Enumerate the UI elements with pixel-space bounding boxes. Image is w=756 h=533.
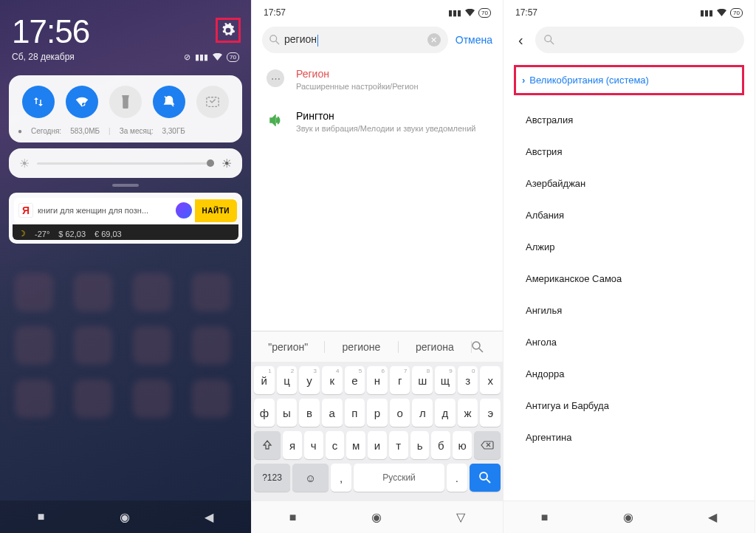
yandex-widget[interactable]: Я книги для женщин для позн... НАЙТИ ☽ -… xyxy=(9,193,242,244)
key-б[interactable]: б xyxy=(431,431,450,459)
wifi-toggle[interactable] xyxy=(66,86,98,118)
space-key[interactable]: Русский xyxy=(354,464,444,492)
yandex-find-button[interactable]: НАЙТИ xyxy=(195,199,237,222)
key-о[interactable]: о xyxy=(390,399,410,427)
mobile-data-toggle[interactable] xyxy=(22,86,55,118)
nav-home-button[interactable]: ◉ xyxy=(120,510,130,524)
brightness-slider[interactable]: ☀ ☀ xyxy=(9,148,242,178)
suggestion[interactable]: региона xyxy=(399,341,472,353)
search-result[interactable]: Рингтон Звук и вибрация/Мелодии и звуки … xyxy=(252,101,503,143)
key-п[interactable]: п xyxy=(345,399,365,427)
key-л[interactable]: л xyxy=(412,399,433,427)
alice-icon[interactable] xyxy=(176,202,192,219)
period-key[interactable]: . xyxy=(447,464,467,492)
region-item[interactable]: Австралия xyxy=(504,104,755,136)
suggestion[interactable]: регионе xyxy=(325,341,398,353)
region-item[interactable]: Андорра xyxy=(504,358,755,390)
key-ч[interactable]: ч xyxy=(304,431,323,459)
key-у[interactable]: у3 xyxy=(299,366,320,394)
clock-date: Сб, 28 декабря xyxy=(12,52,75,62)
nav-recent-button[interactable]: ■ xyxy=(541,511,549,524)
key-м[interactable]: м xyxy=(346,431,365,459)
key-ф[interactable]: ф xyxy=(254,399,275,427)
dot-icon: ● xyxy=(18,127,22,135)
backspace-key[interactable] xyxy=(474,431,501,459)
region-item[interactable]: Ангола xyxy=(504,326,755,358)
dnd-toggle[interactable] xyxy=(153,86,185,118)
back-button[interactable]: ‹ xyxy=(514,29,528,52)
search-key[interactable] xyxy=(470,464,501,492)
key-а[interactable]: а xyxy=(322,399,343,427)
key-д[interactable]: д xyxy=(435,399,456,427)
blurred-apps xyxy=(0,258,251,433)
wifi-icon xyxy=(717,9,726,16)
region-item[interactable]: Аргентина xyxy=(504,422,755,453)
search-field[interactable]: регион ✕ xyxy=(262,27,448,53)
key-ю[interactable]: ю xyxy=(453,431,472,459)
suggestion-search-icon[interactable] xyxy=(472,341,503,353)
region-item[interactable]: Албания xyxy=(504,199,755,231)
moon-icon: ☽ xyxy=(18,229,26,238)
nav-recent-button[interactable]: ■ xyxy=(38,510,45,523)
brightness-low-icon: ☀ xyxy=(19,157,30,171)
numbers-key[interactable]: ?123 xyxy=(254,464,290,492)
status-time: 17:57 xyxy=(264,7,286,18)
nav-home-button[interactable]: ◉ xyxy=(623,510,633,524)
key-т[interactable]: т xyxy=(389,431,408,459)
search-result[interactable]: ⋯ Регион Расширенные настройки/Регион xyxy=(252,59,503,101)
region-item[interactable]: Алжир xyxy=(504,231,755,263)
key-з[interactable]: з0 xyxy=(458,366,478,394)
brightness-track[interactable] xyxy=(37,162,214,165)
suggestion[interactable]: "регион" xyxy=(252,341,325,353)
key-г[interactable]: г7 xyxy=(390,366,410,394)
result-subtitle: Звук и вибрация/Мелодии и звуки уведомле… xyxy=(296,123,475,134)
region-item[interactable]: Антигуа и Барбуда xyxy=(504,390,755,422)
svg-point-3 xyxy=(472,342,480,349)
key-с[interactable]: с xyxy=(326,431,345,459)
key-в[interactable]: в xyxy=(299,399,320,427)
svg-line-8 xyxy=(550,41,553,44)
key-и[interactable]: и xyxy=(368,431,387,459)
key-е[interactable]: е5 xyxy=(345,366,365,394)
key-ж[interactable]: ж xyxy=(458,399,478,427)
key-э[interactable]: э xyxy=(480,399,501,427)
key-я[interactable]: я xyxy=(283,431,302,459)
region-item[interactable]: Азербайджан xyxy=(504,168,755,199)
key-р[interactable]: р xyxy=(367,399,388,427)
search-field[interactable] xyxy=(535,27,744,53)
yandex-query[interactable]: книги для женщин для позн... xyxy=(38,206,173,215)
data-today-label: Сегодня: xyxy=(31,127,61,135)
key-н[interactable]: н6 xyxy=(367,366,388,394)
svg-point-7 xyxy=(545,35,551,42)
key-ш[interactable]: ш8 xyxy=(412,366,433,394)
nav-recent-button[interactable]: ■ xyxy=(289,511,297,524)
key-й[interactable]: й1 xyxy=(254,366,275,394)
nav-back-button[interactable]: ◀ xyxy=(205,510,213,524)
cancel-button[interactable]: Отмена xyxy=(456,34,492,46)
comma-key[interactable]: , xyxy=(331,464,351,492)
drag-handle[interactable] xyxy=(112,184,139,187)
key-ы[interactable]: ы xyxy=(277,399,298,427)
search-icon xyxy=(269,35,280,45)
region-item[interactable]: Американское Самоа xyxy=(504,263,755,295)
key-х[interactable]: х xyxy=(480,366,501,394)
key-ь[interactable]: ь xyxy=(410,431,430,459)
screenshot-toggle[interactable] xyxy=(196,86,229,118)
flashlight-toggle[interactable] xyxy=(109,86,142,118)
shift-key[interactable] xyxy=(254,431,281,459)
emoji-key[interactable]: ☺ xyxy=(292,464,329,492)
key-ц[interactable]: ц2 xyxy=(277,366,298,394)
nav-home-button[interactable]: ◉ xyxy=(371,510,382,524)
svg-line-6 xyxy=(487,479,490,483)
nav-back-button[interactable]: ▽ xyxy=(456,510,465,524)
region-item[interactable]: Австрия xyxy=(504,136,755,168)
settings-gear-highlight[interactable] xyxy=(216,18,241,43)
region-item[interactable]: Ангилья xyxy=(504,295,755,326)
selected-region-highlight[interactable]: › Великобритания (система) xyxy=(514,65,744,95)
nav-back-button[interactable]: ◀ xyxy=(708,510,717,524)
key-к[interactable]: к4 xyxy=(322,366,343,394)
wifi-icon xyxy=(213,53,222,61)
gear-icon xyxy=(221,23,236,38)
clear-button[interactable]: ✕ xyxy=(427,33,441,47)
key-щ[interactable]: щ9 xyxy=(435,366,456,394)
